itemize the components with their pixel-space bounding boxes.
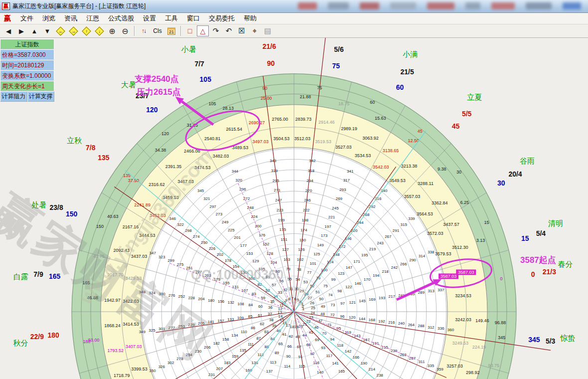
menu-item-9[interactable]: 交易委托 [204, 13, 239, 24]
menu-item-5[interactable]: 公式选股 [104, 13, 139, 24]
down-arrow-button[interactable]: ▼ [41, 25, 53, 36]
pan-up-button[interactable]: ↑ [80, 25, 92, 36]
degree-outer-label: 135 [98, 154, 110, 162]
degree-outer-label: 165 [49, 272, 61, 280]
spiral-number: 299 [168, 258, 175, 263]
spiral-number: 343 [270, 159, 277, 163]
spiral-number: 342 [309, 159, 316, 163]
spiral-number: 98 [337, 289, 342, 293]
spiral-number: 219 [369, 247, 376, 251]
close-box-button[interactable]: ☒ [236, 25, 248, 36]
support-annotation: 支撑2540点 [135, 73, 179, 85]
spiral-number: 60 [258, 304, 263, 309]
percent-label: 15.63 [375, 116, 386, 121]
price-fine-label: 3459.53 [162, 195, 179, 200]
spiral-number: 224 [251, 214, 258, 219]
parameter-panel: 上证指数 价格=3587.0300时间=20180129变换系数=1.00000… [0, 39, 54, 102]
price-coarse-label: 224.19 [472, 345, 486, 350]
spiral-number: 108 [237, 302, 244, 306]
degree-outer-label: 45 [452, 122, 460, 130]
pan-right-button[interactable]: → [67, 25, 79, 36]
menu-item-8[interactable]: 窗口 [182, 13, 204, 24]
spiral-number: 250 [201, 240, 208, 245]
price-fine-label: 3234.53 [455, 293, 471, 298]
menu-item-2[interactable]: 浏览 [38, 13, 60, 24]
spiral-number: 206 [204, 345, 211, 350]
price-fine-label: 3474.53 [194, 165, 211, 170]
spiral-number: 263 [400, 353, 407, 357]
spiral-number: 264 [408, 323, 415, 327]
spiral-number: 122 [345, 285, 352, 289]
menu-item-10[interactable]: 帮助 [239, 13, 261, 24]
menu-item-6[interactable]: 设置 [139, 13, 160, 24]
spiral-number: 5 [297, 298, 299, 302]
spiral-number: 171 [353, 259, 360, 264]
solar-term-label: 小满 [402, 50, 418, 58]
price-coarse-label: 2167.16 [123, 224, 139, 229]
price-fine-label: 3542.03 [373, 165, 389, 170]
spiral-number: 150 [299, 238, 306, 242]
spiral-number: 221 [328, 215, 335, 219]
spiral-number: 165 [338, 369, 345, 374]
spiral-number: 53 [303, 280, 308, 284]
menu-logo-icon: 赢 [0, 14, 16, 23]
cls-button[interactable]: Cls [150, 25, 164, 36]
updown-marker-button[interactable]: ↑↓ [138, 25, 149, 36]
spiral-number: 197 [324, 224, 331, 229]
window-title: 赢家江恩专业版[赢家服务平台] - [上证指数 江恩轮] [12, 2, 146, 10]
spiral-number: 321 [203, 196, 210, 201]
date-label: 7/7 [194, 60, 204, 68]
param-row-3: 变换系数=1.00000 [0, 70, 54, 81]
calc-support-button[interactable]: 计算支撑 [27, 91, 55, 102]
spiral-number: 33 [278, 290, 283, 295]
spiral-number: 270 [305, 189, 312, 193]
rotate-ccw-button[interactable]: ↶ [223, 25, 235, 36]
spiral-number: 145 [359, 299, 366, 303]
price-fine-label: 3444.53 [139, 233, 155, 238]
spiral-number: 276 [168, 293, 175, 298]
spiral-number: 348 [139, 290, 146, 294]
pan-down-button[interactable]: ↓ [93, 25, 105, 36]
spiral-number: 94 [330, 337, 334, 342]
rotate-cw-button[interactable]: ↷ [210, 25, 222, 36]
spiral-number: 128 [267, 251, 274, 256]
menu-item-7[interactable]: 工具 [160, 13, 182, 24]
next-arrow-button[interactable]: ▶ [15, 25, 27, 36]
spiral-number: 110 [241, 330, 247, 334]
zoom-in-button[interactable]: ⊕ [106, 25, 118, 36]
screen-tool[interactable]: ▤ [262, 25, 274, 36]
spiral-number: 245 [332, 206, 339, 210]
spiral-number: 107 [241, 288, 248, 293]
spiral-number: 86 [251, 326, 255, 330]
spiral-number: 118 [337, 343, 343, 348]
menu-item-1[interactable]: 文件 [16, 13, 38, 24]
triangle-tool[interactable]: △ [197, 25, 209, 36]
spiral-number: 129 [252, 259, 259, 263]
menu-item-3[interactable]: 资讯 [60, 13, 82, 24]
spiral-number: 193 [379, 296, 386, 300]
up-arrow-button[interactable]: ▲ [28, 25, 40, 36]
spiral-number: 249 [222, 220, 229, 224]
spiral-number: 317 [343, 178, 350, 183]
center-tool[interactable]: ⌖ [249, 25, 261, 36]
menu-item-4[interactable]: 江恩 [82, 13, 104, 24]
spiral-number: 311 [419, 360, 425, 364]
highlight-price: 3587.03 [441, 274, 457, 279]
calendar-button[interactable]: 21 [165, 25, 177, 36]
degree-inner-label: 15 [484, 220, 489, 225]
spiral-number: 230 [195, 349, 202, 354]
spiral-number: 297 [209, 204, 216, 209]
date-label: 21/6 [263, 42, 276, 50]
spiral-number: 291 [393, 228, 400, 233]
pan-left-button[interactable]: ← [54, 25, 66, 36]
spiral-number: 323 [158, 255, 165, 259]
percent-label: 40.63 [107, 214, 119, 219]
prev-arrow-button[interactable]: ◀ [2, 25, 14, 36]
zoom-out-button[interactable]: ⊖ [119, 25, 131, 36]
rect-tool[interactable]: □ [184, 25, 196, 36]
spiral-number: 121 [349, 300, 356, 305]
calc-resistance-button[interactable]: 计算阻力 [0, 91, 27, 102]
spiral-number: 273 [216, 212, 223, 216]
spiral-number: 50 [319, 297, 323, 301]
degree-inner-label: 45 [418, 129, 423, 134]
